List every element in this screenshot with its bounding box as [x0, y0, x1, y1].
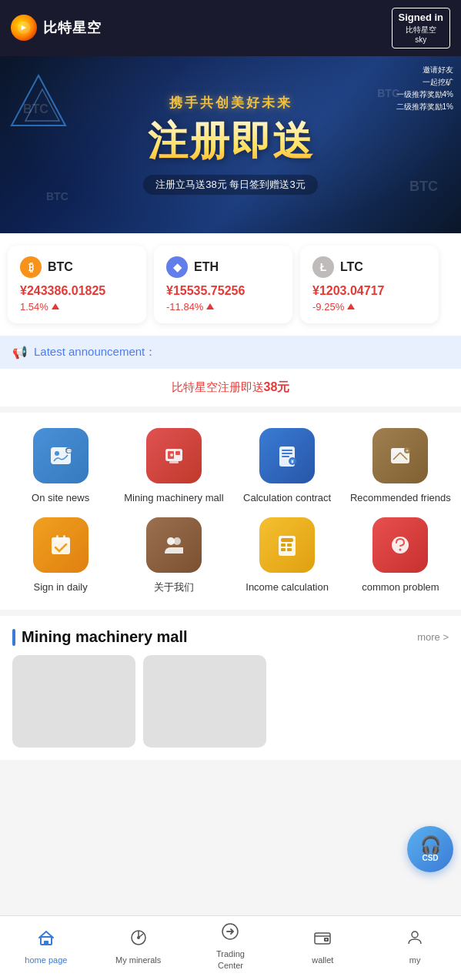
nav-trading-label: TradingCenter [216, 948, 245, 971]
btc-arrow-up [52, 303, 59, 309]
sign-in-daily-icon [33, 517, 89, 573]
icon-mining-machinery-mall[interactable]: Mining machinery mall [121, 428, 226, 505]
price-card-ltc[interactable]: Ł LTC ¥1203.04717 -9.25% [300, 246, 439, 323]
csd-label: CSD [422, 854, 438, 862]
svg-rect-30 [281, 538, 293, 542]
recommended-friends-label: Recommended friends [350, 491, 451, 505]
ltc-change: -9.25% [312, 301, 426, 313]
icon-common-problem[interactable]: common problem [348, 517, 453, 594]
svg-rect-16 [282, 456, 289, 457]
btc-icon: ₿ [20, 256, 42, 278]
logo-container: 比特星空 [11, 15, 102, 41]
btc-label-3: BTC [46, 190, 68, 202]
nav-home[interactable]: home page [23, 928, 69, 965]
icon-sign-in-daily[interactable]: Sign in daily [8, 517, 113, 594]
announcement-content: 比特星空注册即送38元 [0, 369, 461, 406]
banner-title: 注册即送 [148, 115, 314, 169]
minerals-icon [129, 928, 148, 952]
bottom-nav: home page My minerals TradingCenter [0, 915, 461, 980]
app-header: 比特星空 Signed in 比特星空sky [0, 0, 461, 56]
icon-calculation-contract[interactable]: ¥ Calculation contract [235, 428, 340, 505]
price-section: ₿ BTC ¥243386.01825 1.54% ◆ ETH ¥15535.7… [0, 233, 461, 336]
icon-recommended-friends[interactable]: + Recommended friends [348, 428, 453, 505]
price-card-eth[interactable]: ◆ ETH ¥15535.75256 -11.84% [154, 246, 292, 323]
on-site-news-icon: 💬 [33, 428, 89, 483]
ltc-arrow [347, 303, 355, 309]
nav-home-label: home page [25, 955, 67, 965]
common-problem-label: common problem [362, 580, 439, 594]
btc-label-4: BTC [409, 179, 438, 195]
btc-change: 1.54% [20, 301, 134, 313]
more-link[interactable]: more > [417, 631, 449, 643]
btc-name: BTC [48, 260, 73, 274]
mining-card-1[interactable] [12, 655, 135, 748]
svg-point-40 [137, 936, 140, 939]
signed-in-badge[interactable]: Signed in 比特星空sky [392, 8, 451, 48]
sign-in-daily-label: Sign in daily [34, 580, 88, 594]
nav-my-label: my [409, 955, 421, 965]
logo-icon [11, 15, 37, 41]
svg-rect-38 [44, 941, 48, 945]
app-name: 比特星空 [43, 18, 102, 37]
svg-point-45 [412, 932, 418, 938]
nav-my[interactable]: my [392, 928, 438, 965]
recommended-friends-icon: + [372, 428, 428, 483]
announcement-bar: 📢 Latest announcement： [0, 336, 461, 369]
nav-minerals-label: My minerals [115, 955, 161, 965]
announcement-label: Latest announcement： [34, 345, 156, 360]
calculation-contract-label: Calculation contract [243, 491, 331, 505]
calculation-contract-icon: ¥ [259, 428, 315, 483]
ltc-price: ¥1203.04717 [312, 284, 426, 298]
home-icon [37, 928, 55, 952]
announcement-text: 比特星空注册即送38元 [172, 380, 290, 393]
svg-point-28 [173, 537, 181, 545]
svg-text:¥: ¥ [291, 459, 294, 464]
svg-rect-10 [175, 451, 180, 455]
section-header: Mining machinery mall more > [12, 628, 449, 646]
signed-in-label: Signed in [399, 12, 444, 25]
svg-rect-32 [287, 544, 292, 547]
svg-point-12 [170, 453, 173, 457]
eth-price: ¥15535.75256 [166, 284, 280, 298]
svg-rect-33 [281, 548, 286, 551]
ltc-icon: Ł [312, 256, 334, 278]
signed-in-user: 比特星空sky [399, 25, 444, 45]
headset-icon: 🎧 [420, 837, 441, 854]
btc-label-1: BTC [23, 102, 48, 116]
svg-point-36 [399, 549, 402, 551]
nav-wallet[interactable]: wallet [299, 928, 346, 965]
svg-rect-24 [52, 537, 70, 543]
eth-icon: ◆ [166, 256, 188, 278]
svg-rect-14 [282, 450, 292, 451]
nav-trading[interactable]: TradingCenter [207, 922, 253, 971]
nav-minerals[interactable]: My minerals [115, 928, 162, 965]
mining-card-2[interactable] [143, 655, 266, 748]
about-us-icon [146, 517, 202, 573]
mining-section: Mining machinery mall more > [0, 616, 461, 760]
icon-about-us[interactable]: 关于我们 [121, 517, 226, 594]
svg-rect-26 [63, 535, 65, 540]
announcement-icon: 📢 [12, 345, 28, 360]
invite-info: 邀请好友 一起挖矿 一级推荐奖励4% 二级推荐奖励1% [396, 64, 453, 113]
icons-grid: 💬 On site news Mining machinery mall [8, 428, 453, 594]
on-site-news-label: On site news [32, 491, 89, 505]
csd-button[interactable]: 🎧 CSD [407, 826, 453, 872]
trading-icon [221, 922, 239, 945]
banner-subtitle: 携手共创美好未来 [169, 94, 292, 112]
section-title: Mining machinery mall [22, 628, 188, 646]
icon-on-site-news[interactable]: 💬 On site news [8, 428, 113, 505]
svg-rect-31 [281, 544, 286, 547]
nav-wallet-label: wallet [312, 955, 333, 965]
price-card-btc[interactable]: ₿ BTC ¥243386.01825 1.54% [8, 246, 146, 323]
income-calculation-label: Income calculation [246, 580, 329, 594]
more-label: more > [417, 631, 449, 643]
icon-income-calculation[interactable]: Income calculation [235, 517, 340, 594]
svg-rect-11 [169, 461, 179, 463]
eth-change: -11.84% [166, 301, 280, 313]
about-us-label: 关于我们 [154, 580, 194, 594]
mining-cards [12, 655, 449, 748]
ltc-name: LTC [340, 260, 363, 274]
svg-text:💬: 💬 [65, 448, 72, 454]
section-accent [12, 629, 15, 646]
svg-text:+: + [406, 447, 409, 454]
